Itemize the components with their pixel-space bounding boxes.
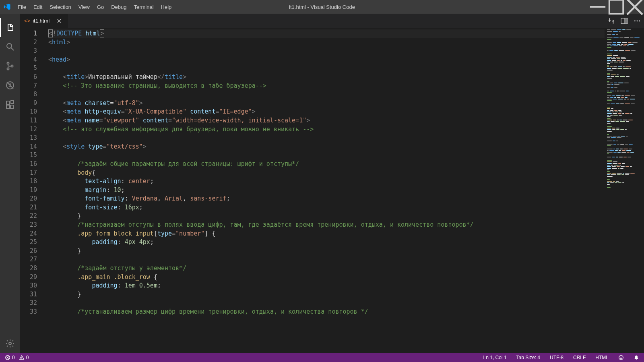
status-feedback[interactable] bbox=[617, 353, 625, 362]
code-line[interactable]: <meta http-equiv="X-UA-Compatible" conte… bbox=[48, 108, 605, 116]
line-number: 28 bbox=[20, 264, 45, 273]
activity-explorer[interactable] bbox=[0, 18, 20, 37]
line-number: 8 bbox=[20, 90, 45, 99]
svg-point-2 bbox=[7, 43, 12, 48]
titlebar: FileEditSelectionViewGoDebugTerminalHelp… bbox=[0, 0, 644, 14]
code-line[interactable]: <meta name="viewport" content="width=dev… bbox=[48, 116, 605, 125]
svg-point-25 bbox=[621, 357, 622, 357]
svg-rect-1 bbox=[609, 0, 623, 14]
status-eol[interactable]: CRLF bbox=[572, 353, 587, 362]
line-number: 6 bbox=[20, 73, 45, 82]
menu-help[interactable]: Help bbox=[157, 0, 175, 14]
code-line[interactable]: /*задаём отступы у элементов*/ bbox=[48, 264, 605, 273]
code-line[interactable]: /*устанавливаем размер цифр времени трен… bbox=[48, 308, 605, 316]
minimap[interactable] bbox=[605, 28, 644, 353]
code-line[interactable]: <title>Интервальный таймер</title> bbox=[48, 73, 605, 82]
code-line[interactable]: } bbox=[48, 212, 605, 221]
tab-close-button[interactable] bbox=[56, 18, 62, 24]
smiley-icon bbox=[618, 355, 624, 360]
maximize-button[interactable] bbox=[607, 0, 625, 14]
html-file-icon: <> bbox=[24, 18, 30, 24]
svg-rect-11 bbox=[10, 105, 14, 108]
line-number: 7 bbox=[20, 82, 45, 91]
activity-debug[interactable] bbox=[0, 76, 20, 95]
menu-selection[interactable]: Selection bbox=[46, 0, 74, 14]
menu-edit[interactable]: Edit bbox=[30, 0, 46, 14]
code-line[interactable]: margin: 10; bbox=[48, 186, 605, 195]
svg-rect-16 bbox=[625, 19, 627, 23]
line-number: 17 bbox=[20, 169, 45, 178]
code-line[interactable] bbox=[48, 151, 605, 160]
code-line[interactable]: .app_form_block input[type="number"] { bbox=[48, 230, 605, 238]
code-line[interactable] bbox=[48, 47, 605, 56]
code-line[interactable]: .app_main .block_row { bbox=[48, 273, 605, 282]
code-line[interactable] bbox=[48, 134, 605, 143]
warning-count: 0 bbox=[26, 355, 29, 360]
code-line[interactable] bbox=[48, 299, 605, 308]
code-line[interactable]: padding: 1em 0.5em; bbox=[48, 281, 605, 290]
code-line[interactable]: body{ bbox=[48, 169, 605, 178]
code-line[interactable]: <style type="text/css"> bbox=[48, 143, 605, 151]
status-problems[interactable]: 0 0 bbox=[3, 353, 30, 362]
files-icon bbox=[5, 23, 15, 32]
status-indentation[interactable]: Tab Size: 4 bbox=[515, 353, 542, 362]
line-number: 18 bbox=[20, 177, 45, 186]
code-line[interactable]: text-align: center; bbox=[48, 177, 605, 186]
code-line[interactable]: <head> bbox=[48, 56, 605, 64]
svg-line-3 bbox=[11, 48, 14, 50]
code-line[interactable]: <!-- Это название страницы, выводится в … bbox=[48, 82, 605, 91]
editor-content[interactable]: 1234567891011121314151617181920212223242… bbox=[20, 28, 644, 353]
menu-view[interactable]: View bbox=[75, 0, 93, 14]
status-encoding[interactable]: UTF-8 bbox=[548, 353, 565, 362]
code-line[interactable]: <html> bbox=[48, 38, 605, 47]
code-line[interactable]: <meta charset="utf-8"> bbox=[48, 99, 605, 108]
code-line[interactable]: } bbox=[48, 247, 605, 256]
code-line[interactable] bbox=[48, 64, 605, 73]
svg-point-19 bbox=[639, 20, 640, 21]
minimize-button[interactable] bbox=[588, 0, 607, 14]
code-line[interactable]: /*задаём общие параметры для всей страни… bbox=[48, 160, 605, 169]
status-notifications[interactable] bbox=[632, 353, 641, 362]
code-line[interactable]: <!-- это служебная информация для браузе… bbox=[48, 125, 605, 134]
code-line[interactable] bbox=[48, 90, 605, 99]
activity-extensions[interactable] bbox=[0, 95, 20, 114]
code-line[interactable] bbox=[48, 255, 605, 264]
code-line[interactable]: font-family: Verdana, Arial, sans-serif; bbox=[48, 194, 605, 203]
line-number: 33 bbox=[20, 308, 45, 316]
code-line[interactable]: /*настраиваем отступы в полях ввода цифр… bbox=[48, 221, 605, 230]
search-icon bbox=[5, 42, 15, 52]
statusbar: 0 0 Ln 1, Col 1 Tab Size: 4 UTF-8 CRLF H… bbox=[0, 353, 644, 362]
status-language[interactable]: HTML bbox=[594, 353, 610, 362]
more-actions-icon[interactable] bbox=[634, 17, 641, 25]
menu-go[interactable]: Go bbox=[93, 0, 107, 14]
code-line[interactable]: font-size: 16px; bbox=[48, 203, 605, 212]
svg-point-17 bbox=[634, 20, 636, 21]
compare-changes-icon[interactable] bbox=[608, 17, 615, 25]
activity-settings[interactable] bbox=[0, 334, 20, 353]
menu-debug[interactable]: Debug bbox=[107, 0, 130, 14]
menu-file[interactable]: File bbox=[14, 0, 30, 14]
code-line[interactable]: <!DOCTYPE html> bbox=[48, 29, 605, 38]
line-number: 13 bbox=[20, 134, 45, 143]
line-number: 23 bbox=[20, 221, 45, 230]
code-line[interactable]: } bbox=[48, 290, 605, 299]
tab-it1-html[interactable]: <> it1.html bbox=[20, 14, 68, 28]
activity-source-control[interactable] bbox=[0, 56, 20, 76]
line-number: 2 bbox=[20, 38, 45, 47]
close-window-button[interactable] bbox=[625, 0, 644, 14]
code-area[interactable]: <!DOCTYPE html><html><head> <title>Интер… bbox=[45, 28, 605, 353]
split-editor-icon[interactable] bbox=[621, 17, 628, 25]
svg-point-22 bbox=[21, 358, 22, 359]
activity-search[interactable] bbox=[0, 37, 20, 56]
code-line[interactable]: padding: 4px 4px; bbox=[48, 238, 605, 247]
menu-terminal[interactable]: Terminal bbox=[130, 0, 157, 14]
line-number: 31 bbox=[20, 290, 45, 299]
source-control-icon bbox=[5, 61, 15, 71]
tab-label: it1.html bbox=[33, 18, 50, 24]
line-number: 14 bbox=[20, 143, 45, 151]
status-cursor-position[interactable]: Ln 1, Col 1 bbox=[482, 353, 508, 362]
line-number: 3 bbox=[20, 47, 45, 56]
line-number: 29 bbox=[20, 273, 45, 282]
warning-icon bbox=[19, 355, 25, 360]
line-number: 24 bbox=[20, 230, 45, 238]
